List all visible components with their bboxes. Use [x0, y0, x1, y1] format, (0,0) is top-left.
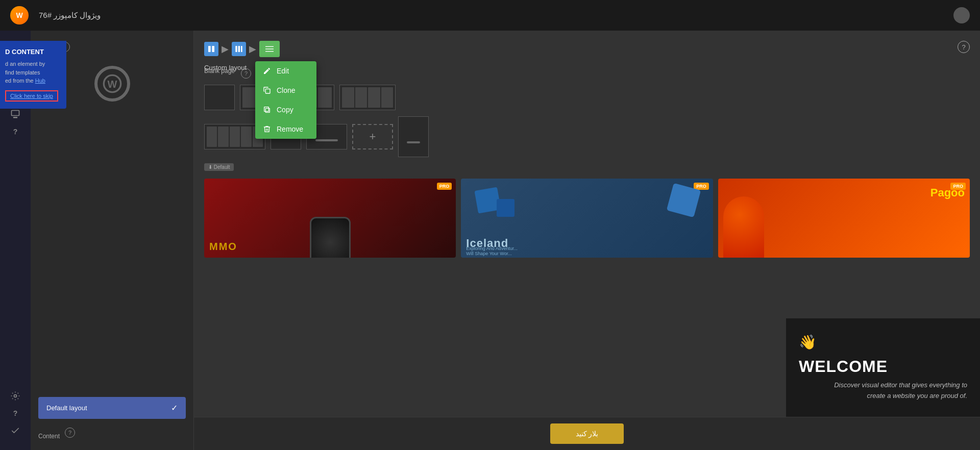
toolbar-menu-btn[interactable]: [259, 41, 280, 57]
custom-layout-text: Custom layout: [204, 64, 247, 71]
svg-rect-13: [241, 46, 242, 52]
page-title: ویژوال کامپوزر #76: [39, 11, 101, 20]
copy-icon: [262, 105, 272, 114]
ctx-remove-item[interactable]: Remove: [255, 119, 316, 139]
default-badge: ⬇ Default: [204, 163, 234, 171]
svg-rect-17: [265, 89, 270, 93]
svg-rect-5: [13, 117, 17, 118]
ctx-edit-item[interactable]: Edit: [255, 61, 316, 81]
wordpress-logo: W: [92, 63, 133, 104]
hub-link[interactable]: Hub: [35, 78, 45, 84]
layout-add-btn[interactable]: +: [352, 124, 393, 149]
layout-row-2: ··· +: [204, 116, 970, 157]
top-right-actions: [953, 7, 970, 23]
mmo-watch-shape: [310, 217, 351, 258]
onboarding-box: D CONTENT d an element by find templates…: [0, 41, 66, 109]
top-bar: W ویژوال کامپوزر #76: [0, 0, 980, 31]
toolbar-col2-btn[interactable]: [232, 42, 246, 56]
svg-rect-12: [238, 46, 240, 52]
template-pagoo[interactable]: PRO Pagoo: [718, 179, 970, 258]
avatar[interactable]: [953, 7, 970, 23]
welcome-title: WELCOME: [799, 357, 967, 376]
mmo-label: MMO: [209, 241, 237, 253]
svg-rect-16: [265, 51, 274, 52]
toolbar-col1-btn[interactable]: [204, 42, 218, 56]
ctx-clone-item[interactable]: Clone: [255, 81, 316, 100]
templates-row: PRO MMO PRO Iceland Exploring And Advent…: [204, 179, 970, 258]
skip-button[interactable]: Click here to skip: [5, 90, 58, 102]
svg-rect-10: [212, 46, 214, 52]
app-logo: W: [10, 6, 29, 24]
panel-center: ? ▶ ▶ Edit: [194, 31, 980, 450]
context-menu: Edit Clone Copy: [255, 61, 316, 139]
check-icon: ✓: [171, 403, 178, 413]
content-help-icon[interactable]: ?: [65, 428, 75, 438]
svg-point-6: [14, 395, 17, 397]
svg-rect-11: [235, 46, 237, 52]
layout-doc[interactable]: [398, 116, 429, 157]
ctx-copy-item[interactable]: Copy: [255, 100, 316, 119]
svg-rect-9: [208, 46, 211, 52]
svg-rect-14: [265, 46, 274, 47]
bottom-bar: بلار کنید: [194, 417, 980, 450]
trash-icon: [262, 124, 272, 134]
sidebar-icon-gear[interactable]: [6, 387, 24, 405]
svg-rect-15: [265, 48, 274, 49]
sidebar-help-4[interactable]: ?: [13, 409, 18, 417]
svg-text:W: W: [107, 79, 117, 90]
sidebar-help-3[interactable]: ?: [13, 128, 18, 136]
mmo-pro-badge: PRO: [437, 183, 452, 190]
default-layout-button[interactable]: Default layout ✓: [38, 397, 186, 419]
pagoo-person: [723, 196, 764, 258]
welcome-panel: 👋 WELCOME Discover visual editor that gi…: [786, 318, 980, 417]
sidebar-icon-check[interactable]: [6, 421, 24, 440]
svg-rect-4: [12, 111, 19, 116]
clone-icon: [262, 86, 272, 95]
iceland-sub: Exploring And Adventur...Will Shape Your…: [466, 246, 518, 256]
onboarding-title: D CONTENT: [5, 48, 61, 56]
main-content: layout ? W Default layout ✓ Content ?: [31, 31, 980, 450]
toolbar-sep2: ▶: [249, 43, 256, 55]
layout-4col[interactable]: [339, 85, 396, 110]
pagoo-label: Pagoo: [930, 186, 965, 199]
layout-1col[interactable]: [204, 85, 235, 110]
svg-rect-19: [265, 108, 270, 112]
template-iceland[interactable]: PRO Iceland Exploring And Adventur...Wil…: [461, 179, 713, 258]
onboarding-text: d an element by find templates ed from t…: [5, 60, 61, 85]
layout-row-1: [204, 85, 970, 110]
publish-button[interactable]: بلار کنید: [550, 423, 624, 444]
default-badge-row: ⬇ Default: [204, 163, 970, 171]
template-mmo[interactable]: PRO MMO: [204, 179, 456, 258]
wave-emoji: 👋: [799, 334, 967, 351]
layout-section: Blank page ?: [204, 67, 970, 157]
center-toolbar: ▶ ▶ Edit: [204, 41, 970, 57]
welcome-subtitle: Discover visual editor that gives everyt…: [799, 380, 967, 402]
toolbar-sep1: ▶: [222, 43, 229, 55]
content-label: Content: [38, 433, 60, 440]
pencil-icon: [262, 66, 272, 76]
svg-rect-18: [264, 107, 269, 112]
